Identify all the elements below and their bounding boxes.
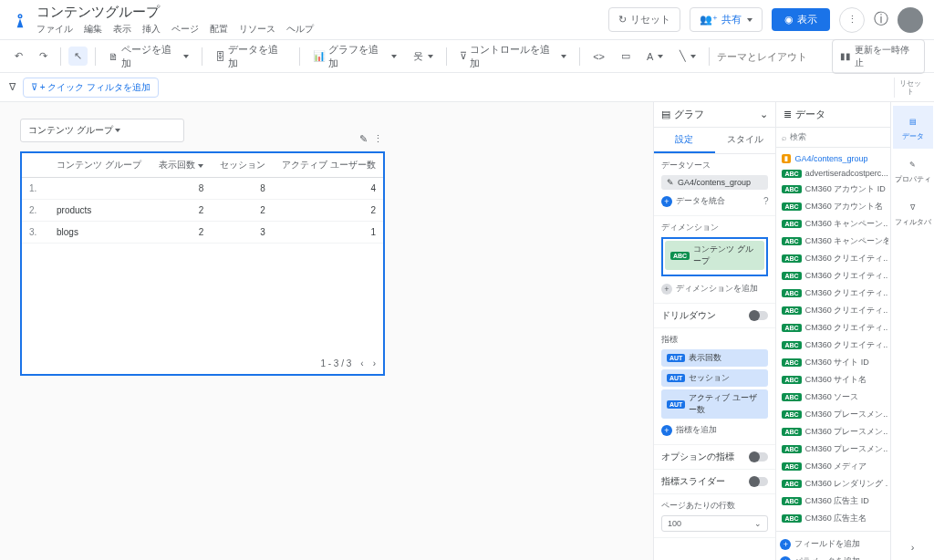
undo-button[interactable]: ↶ [9,47,28,66]
filter-rail-icon: ∇ [905,199,921,215]
menu-file[interactable]: ファイル [36,23,73,36]
col-users[interactable]: アクティブ ユーザー数 [273,153,383,178]
menu-edit[interactable]: 編集 [84,23,102,36]
community-viz-button[interactable]: 웃 [408,46,439,67]
metric-chip-3[interactable]: AUTアクティブ ユーザー数 [661,389,768,419]
pointer-tool[interactable]: ↖ [68,47,88,66]
pencil-icon[interactable]: ✎ [359,133,368,145]
field-item[interactable]: ABCCM360 プレースメン... [778,406,888,423]
table-row[interactable]: 1.884 [22,178,383,200]
more-menu-button[interactable]: ⋮ [839,7,865,33]
user-avatar[interactable] [898,7,923,33]
field-item[interactable]: ABCCM360 クリエイティ... [778,337,888,354]
field-item[interactable]: ABCCM360 アカウント ID [778,181,888,198]
field-search[interactable]: ⌕ 検索 [776,128,890,148]
drilldown-toggle[interactable] [750,311,768,320]
field-item[interactable]: ABCadvertiseradcostperc... [778,166,888,181]
field-item[interactable]: ABCCM360 クリエイティ... [778,285,888,302]
field-item[interactable]: ABCCM360 サイト名 [778,371,888,389]
tab-style[interactable]: スタイル [715,128,776,153]
table-chart[interactable]: ✎ ⋮ コンテンツ グループ 表示回数 セッション アクティブ ユーザー数 1.… [20,151,385,376]
table-row[interactable]: 2.products222 [22,200,383,222]
add-chart-button[interactable]: 📊 グラフを追加 [307,39,401,74]
table-row[interactable]: 3.blogs231 [22,222,383,244]
field-item[interactable]: ABCCM360 広告主 ID [778,493,888,510]
add-dimension-link[interactable]: +ディメンションを追加 [661,280,768,297]
add-field-link[interactable]: +フィールドを追加 [780,535,887,553]
content-group-selector[interactable]: コンテンツ グループ [20,119,184,142]
help-icon[interactable]: ⓘ [874,10,888,29]
dimension-highlight-box: ABCコンテンツ グループ [661,237,768,276]
field-item[interactable]: ABCCM360 キャンペーン名 [778,233,888,250]
field-item[interactable]: ABCCM360 クリエイティ... [778,302,888,319]
menu-help[interactable]: ヘルプ [286,23,314,36]
quick-filter-button[interactable]: ⊽ + クイック フィルタを追加 [23,78,159,98]
field-item[interactable]: ABCCM360 クリエイティ... [778,319,888,337]
tab-settings[interactable]: 設定 [654,128,715,153]
field-item[interactable]: ABCCM360 クリエイティ... [778,267,888,285]
datasource-field[interactable]: ▮GA4/contens_group [778,151,888,166]
add-control-button[interactable]: ⊽ コントロールを追加 [454,39,573,74]
reset-button[interactable]: ↻ リセット [608,7,680,32]
rail-expand-icon[interactable]: › [911,542,915,553]
field-item[interactable]: ABCCM360 キャンペーン... [778,215,888,233]
text-icon[interactable]: A [641,47,669,66]
more-icon[interactable]: ⋮ [373,133,383,145]
url-embed-icon[interactable]: <> [587,47,610,66]
field-item[interactable]: ABCCM360 クリエイティ... [778,250,888,267]
pencil-rail-icon: ✎ [905,156,921,172]
menu-resource[interactable]: リソース [239,23,275,36]
chart-panel-header[interactable]: ▤ グラフ ⌄ [654,102,775,128]
datasource-chip[interactable]: ✎GA4/contens_group [661,175,768,190]
field-item[interactable]: ABCCM360 レンダリング ... [778,475,888,493]
rail-properties[interactable]: ✎ プロパティ [893,149,933,192]
col-views[interactable]: 表示回数 [150,153,211,178]
canvas-area[interactable]: コンテンツ グループ ✎ ⋮ コンテンツ グループ 表示回数 セッション アクテ… [0,102,653,560]
config-panel: ▤ グラフ ⌄ 設定 スタイル データソース ✎GA4/contens_grou… [654,102,776,560]
rows-per-page-select[interactable]: 100⌄ [661,515,768,532]
col-sessions[interactable]: セッション [211,153,272,178]
metric-slider-label: 指標スライダー [661,475,725,488]
add-metric-link[interactable]: +指標を追加 [661,421,768,439]
document-title[interactable]: コンテンツグループ [36,4,608,21]
menu-view[interactable]: 表示 [113,23,131,36]
next-page-icon[interactable]: › [373,358,376,368]
field-item[interactable]: ABCCM360 メディア [778,458,888,475]
dimension-chip[interactable]: ABCコンテンツ グループ [665,241,764,270]
menu-arrange[interactable]: 配置 [210,23,228,36]
help-icon[interactable]: ? [763,196,769,206]
share-button[interactable]: 👥⁺ 共有 [690,7,763,32]
search-icon: ⌕ [782,133,786,142]
add-page-button[interactable]: 🗎 ページを追加 [103,39,194,74]
theme-input[interactable] [717,51,826,62]
metric-chip-2[interactable]: AUTセッション [661,369,768,387]
prev-page-icon[interactable]: ‹ [360,358,363,368]
image-icon[interactable]: ▭ [616,47,636,66]
filter-reset-button[interactable]: リセット [894,78,925,98]
metric-chip-1[interactable]: AUT表示回数 [661,349,768,367]
data-rail-icon: ▤ [905,113,921,130]
rail-filterbar[interactable]: ∇ フィルタバ [893,192,933,234]
col-index [22,153,49,178]
filter-bar: ∇ ⊽ + クイック フィルタを追加 リセット [0,73,934,102]
view-button[interactable]: ◉ 表示 [772,8,830,31]
field-item[interactable]: ABCCM360 ソース [778,389,888,406]
field-item[interactable]: ABCCM360 広告主名 [778,510,888,527]
field-item[interactable]: ABCCM360 プレースメン... [778,423,888,441]
menu-page[interactable]: ページ [171,23,199,36]
rail-data[interactable]: ▤ データ [893,106,933,149]
menu-insert[interactable]: 挿入 [142,23,161,36]
field-item[interactable]: ABCCM360 アカウント名 [778,198,888,215]
add-param-link[interactable]: +パラメータを追加 [780,553,887,560]
line-icon[interactable]: ╲ [674,47,701,66]
field-item[interactable]: ABCCM360 プレースメン... [778,441,888,458]
add-data-button[interactable]: 🗄 データを追加 [210,39,292,74]
metric-slider-toggle[interactable] [750,477,768,486]
pause-updates-button[interactable]: ▮▮ 更新を一時停止 [832,39,925,74]
redo-button[interactable]: ↷ [34,47,53,66]
blend-data-link[interactable]: +データを統合 [661,192,725,210]
optional-metric-toggle[interactable] [750,452,768,461]
app-logo [11,11,29,29]
field-item[interactable]: ABCCM360 サイト ID [778,354,888,371]
col-group[interactable]: コンテンツ グループ [49,153,150,178]
